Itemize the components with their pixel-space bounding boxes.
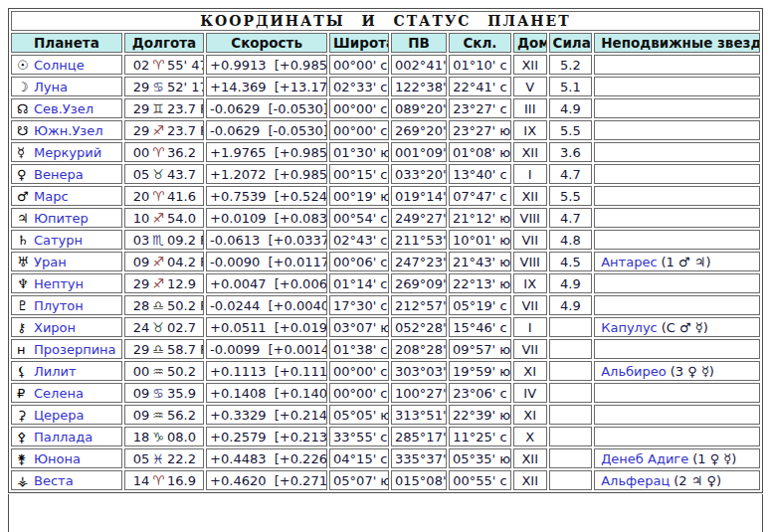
planet-link[interactable]: Паллада [34,430,93,444]
longitude-cell: 24♉02.7 [124,317,204,337]
longitude-degrees: 09 [133,386,150,401]
next-table-fragment [8,494,763,532]
strength-cell: 3.6 [549,142,593,162]
table-row: ☉Солнце 02♈55' 47" +0.9913 [+0.9856] 00°… [11,55,760,75]
strength-cell [549,383,593,403]
longitude-degrees: 29 [133,123,150,138]
longitude-cell: 00♒50.2 [124,361,204,381]
planet-link[interactable]: Юпитер [34,211,89,226]
pv-cell: 001°09' [391,142,447,162]
planet-link[interactable]: Плутон [34,298,84,313]
zodiac-sign-icon: ♒ [152,364,164,379]
strength-cell: 4.9 [549,273,593,293]
latitude-cell: 05°05' ю [329,405,389,425]
neptune-icon: ♆ [17,276,34,291]
chiron-icon: ⚷ [17,320,34,335]
declination-cell: 23°27' ю [449,120,511,140]
longitude-minutes: 50.2 R [167,298,204,313]
planet-link[interactable]: Солнце [34,58,85,73]
pv-cell: 212°57' [391,295,447,315]
pv-cell: 247°23' [391,252,447,271]
planet-link[interactable]: Прозерпина [34,342,116,357]
table-row: ⚷Хирон 24♉02.7 +0.0511 [+0.0194] 03°07' … [11,317,760,337]
longitude-cell: 03♏09.2 R [124,230,204,250]
col-header-fixed-stars: Неподвижные звезды [594,33,760,53]
star-note: (3 ♀ ☿) [671,364,714,379]
planet-link[interactable]: Лилит [34,364,77,379]
planet-link[interactable]: Сатурн [34,233,83,248]
star-link[interactable]: Капулус [601,320,658,335]
declination-cell: 05°35' ю [449,448,511,468]
planet-link[interactable]: Венера [34,167,84,182]
longitude-minutes: 56.2 [167,408,196,423]
latitude-cell: 00°06' с [329,252,389,271]
star-note: (1 ♀ ☿) [692,451,736,466]
zodiac-sign-icon: ♈ [152,58,164,73]
longitude-cell: 20♈41.6 [124,186,204,206]
pv-cell: 335°37' [391,448,447,468]
house-cell: XI [513,405,547,425]
declination-cell: 19°59' ю [449,361,511,381]
latitude-cell: 02°43' с [329,230,389,250]
longitude-degrees: 20 [133,189,150,204]
pallas-icon: ⚴ [17,430,34,444]
planet-coordinates-table: КООРДИНАТЫ И СТАТУС ПЛАНЕТ Планета Долго… [8,8,763,493]
star-link[interactable]: Альбирео [601,364,667,379]
planet-link[interactable]: Марс [34,189,69,204]
planet-link[interactable]: Сев.Узел [34,101,94,116]
star-link[interactable]: Альферац [601,473,670,488]
declination-cell: 09°57' ю [449,339,511,359]
planet-link[interactable]: Уран [34,255,67,269]
longitude-minutes: 35.9 [167,386,196,401]
planet-link[interactable]: Юнона [34,451,81,466]
longitude-minutes: 41.6 [167,189,196,204]
planet-link[interactable]: Церера [34,408,85,423]
latitude-cell: 00°00' с [329,383,389,403]
pv-cell: 052°28' [391,317,447,337]
table-row: ⚸Лилит 00♒50.2 +0.1113 [+0.1113] 00°00' … [11,361,760,381]
planet-link[interactable]: Веста [34,473,74,488]
pv-cell: 122°38' [391,77,447,96]
planet-link[interactable]: Хирон [34,320,76,335]
pluto-icon: ♇ [17,298,34,313]
speed-cell: +0.1408 [+0.1408] [206,383,327,403]
planet-cell: ⚳Церера [11,405,122,425]
strength-cell [549,427,593,446]
planet-coordinates-page: КООРДИНАТЫ И СТАТУС ПЛАНЕТ Планета Долго… [0,0,770,532]
longitude-degrees: 03 [133,233,150,248]
speed-cell: +0.2579 [+0.2136] [206,427,327,446]
zodiac-sign-icon: ♋ [152,80,164,94]
col-header-latitude: Широта [329,33,389,53]
planet-link[interactable]: Селена [34,386,84,401]
strength-cell: 4.9 [549,98,593,118]
longitude-cell: 29♋52' 17" [124,77,204,96]
star-note: (1 ♂ ♃) [662,255,711,269]
strength-cell [549,405,593,425]
star-link[interactable]: Антарес [601,255,657,269]
fixed-stars-cell [594,405,760,425]
speed-cell: -0.0629 [-0.0530] [206,120,327,140]
declination-cell: 13°40' с [449,164,511,184]
longitude-minutes: 02.7 [167,320,196,335]
house-cell: IX [513,120,547,140]
planet-link[interactable]: Меркурий [34,145,101,160]
longitude-minutes: 12.9 [167,276,196,291]
planet-link[interactable]: Луна [34,80,68,94]
speed-cell: -0.0629 [-0.0530] [206,98,327,118]
planet-link[interactable]: Южн.Узел [34,123,103,138]
declination-cell: 07°47' с [449,186,511,206]
planet-link[interactable]: Нептун [34,276,84,291]
pv-cell: 015°08' [391,470,447,490]
col-header-speed: Скорость [206,33,327,53]
fixed-stars-cell [594,273,760,293]
strength-cell [549,339,593,359]
zodiac-sign-icon: ♐ [152,276,164,291]
ceres-icon: ⚳ [17,408,34,423]
longitude-degrees: 05 [133,167,150,182]
longitude-cell: 05♓22.2 [124,448,204,468]
table-row: ☊Сев.Узел 29♊23.7 R -0.0629 [-0.0530] 00… [11,98,760,118]
house-cell: VII [513,339,547,359]
table-row: нПрозерпина 29♎58.7 R -0.0099 [+0.0014] … [11,339,760,359]
star-link[interactable]: Денеб Адиге [601,451,688,466]
fixed-stars-cell [594,77,760,96]
